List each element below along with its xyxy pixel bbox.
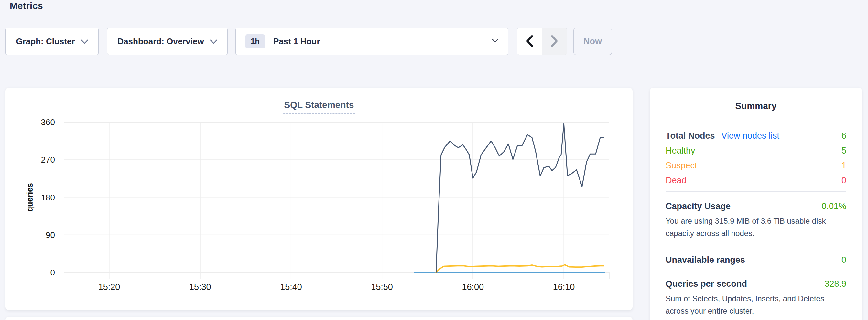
svg-text:15:50: 15:50 — [371, 282, 393, 292]
graph-dropdown-label: Graph: Cluster — [16, 36, 75, 46]
summary-title: Summary — [665, 100, 846, 111]
svg-text:270: 270 — [41, 155, 55, 164]
total-nodes-label: Total Nodes — [665, 131, 715, 141]
node-status-rows: Total Nodes View nodes list 6 Healthy 5 … — [665, 128, 846, 188]
chevron-left-icon — [525, 35, 534, 49]
chevron-down-icon — [492, 38, 498, 44]
chevron-down-icon — [81, 36, 88, 46]
sql-statements-chart[interactable]: 09018027036015:2015:3015:4015:5016:0016:… — [5, 88, 632, 310]
queries-per-second-label: Queries per second — [665, 278, 747, 289]
svg-text:15:40: 15:40 — [280, 282, 302, 292]
divider — [665, 191, 846, 192]
suspect-nodes-row: Suspect 1 — [665, 158, 846, 173]
summary-panel: Summary Total Nodes View nodes list 6 He… — [650, 88, 862, 320]
navy-line — [436, 124, 604, 273]
svg-text:queries: queries — [25, 183, 34, 212]
queries-per-second-section: Queries per second 328.9 Sum of Selects,… — [665, 278, 846, 317]
chevron-right-icon — [551, 35, 559, 49]
capacity-usage-label: Capacity Usage — [665, 201, 731, 212]
graph-dropdown[interactable]: Graph: Cluster — [5, 28, 99, 55]
svg-text:15:30: 15:30 — [189, 282, 211, 292]
svg-text:15:20: 15:20 — [98, 282, 120, 292]
healthy-nodes-row: Healthy 5 — [665, 143, 846, 158]
svg-text:16:00: 16:00 — [462, 282, 484, 292]
sql-statements-chart-card: SQL Statements 09018027036015:2015:3015:… — [5, 88, 632, 310]
time-next-button[interactable] — [542, 28, 567, 55]
queries-per-second-description: Sum of Selects, Updates, Inserts, and De… — [665, 292, 846, 317]
dead-value: 0 — [841, 175, 846, 186]
svg-text:0: 0 — [51, 268, 55, 277]
dashboard-dropdown[interactable]: Dashboard: Overview — [107, 28, 228, 55]
healthy-label: Healthy — [665, 146, 695, 156]
dead-nodes-row: Dead 0 — [665, 173, 846, 188]
unavailable-ranges-label: Unavailable ranges — [665, 254, 745, 265]
capacity-usage-description: You are using 315.9 MiB of 3.6 TiB usabl… — [665, 215, 846, 239]
time-range-selector[interactable]: 1h Past 1 Hour — [236, 28, 508, 55]
suspect-value: 1 — [841, 161, 846, 171]
time-step-button-group — [517, 28, 567, 55]
svg-text:360: 360 — [41, 117, 55, 127]
next-chart-card — [5, 317, 632, 320]
svg-text:16:10: 16:10 — [553, 282, 575, 292]
queries-per-second-value: 328.9 — [824, 278, 846, 289]
capacity-usage-section: Capacity Usage 0.01% You are using 315.9… — [665, 201, 846, 239]
time-range-label: Past 1 Hour — [273, 36, 320, 46]
now-button[interactable]: Now — [574, 28, 612, 55]
page-title: Metrics — [10, 1, 43, 11]
time-prev-button[interactable] — [517, 28, 542, 55]
svg-text:90: 90 — [45, 230, 55, 240]
time-range-badge: 1h — [245, 34, 265, 49]
unavailable-ranges-value: 0 — [841, 254, 846, 265]
view-nodes-list-link[interactable]: View nodes list — [721, 131, 780, 141]
dashboard-dropdown-label: Dashboard: Overview — [117, 36, 204, 46]
dead-label: Dead — [665, 175, 687, 186]
healthy-value: 5 — [841, 146, 846, 156]
svg-text:180: 180 — [41, 193, 55, 202]
toolbar: Graph: Cluster Dashboard: Overview 1h Pa… — [5, 28, 612, 55]
divider — [665, 245, 846, 245]
total-nodes-value: 6 — [841, 131, 846, 141]
total-nodes-row: Total Nodes View nodes list 6 — [665, 128, 846, 143]
chevron-down-icon — [210, 36, 217, 46]
yellow-line — [436, 265, 604, 273]
capacity-usage-value: 0.01% — [822, 201, 846, 212]
divider — [665, 268, 846, 269]
unavailable-ranges-section: Unavailable ranges 0 — [665, 254, 846, 265]
suspect-label: Suspect — [665, 161, 697, 171]
